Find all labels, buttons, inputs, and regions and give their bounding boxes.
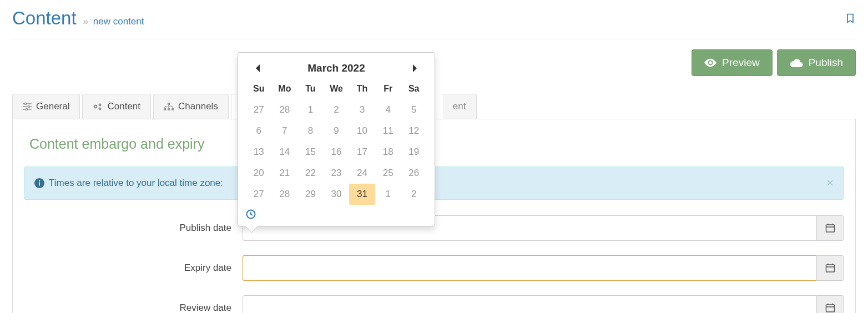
datepicker-dow: Tu	[297, 80, 324, 99]
svg-rect-15	[39, 183, 40, 186]
sliders-icon	[23, 103, 32, 110]
alert-close-button[interactable]: ×	[826, 176, 834, 190]
svg-point-1	[24, 103, 26, 104]
calendar-icon	[825, 303, 835, 313]
expiry-date-input[interactable]	[243, 255, 816, 281]
datepicker-day[interactable]: 1	[375, 184, 401, 205]
datepicker-dow: Su	[246, 80, 272, 99]
datepicker-next-button[interactable]	[407, 62, 422, 75]
datepicker-day[interactable]: 16	[324, 142, 350, 163]
cogs-icon	[93, 103, 103, 110]
review-date-picker-button[interactable]	[816, 295, 844, 313]
datepicker-day[interactable]: 28	[272, 99, 298, 120]
alert-text: Times are relative to your local time zo…	[49, 178, 223, 189]
datepicker-day[interactable]: 30	[324, 184, 350, 205]
datepicker-day[interactable]: 1	[297, 99, 324, 120]
row-expiry-date: Expiry date	[24, 255, 844, 281]
datepicker-dow: Th	[349, 80, 375, 99]
datepicker-day[interactable]: 28	[272, 184, 298, 205]
datepicker-day[interactable]: 13	[246, 142, 272, 163]
publish-button[interactable]: Publish	[777, 49, 856, 76]
datepicker-day[interactable]: 11	[375, 120, 401, 142]
preview-button[interactable]: Preview	[692, 49, 773, 76]
tab-channels[interactable]: Channels	[153, 94, 229, 119]
datepicker-day[interactable]: 5	[401, 99, 427, 120]
svg-point-5	[26, 108, 27, 110]
datepicker-day[interactable]: 4	[375, 99, 401, 120]
svg-rect-31	[826, 305, 835, 312]
row-review-date: Review date	[24, 295, 844, 313]
datepicker-dow: Fr	[375, 80, 401, 99]
datepicker-day[interactable]: 24	[349, 163, 375, 184]
info-icon	[34, 178, 44, 188]
datepicker-day[interactable]: 2	[401, 184, 427, 205]
datepicker-day[interactable]: 6	[246, 120, 272, 142]
datepicker-day[interactable]: 7	[272, 120, 298, 142]
datepicker-day[interactable]: 31	[349, 184, 375, 205]
svg-rect-10	[168, 103, 170, 105]
review-date-input[interactable]	[243, 295, 816, 313]
datepicker-day[interactable]: 17	[349, 142, 375, 163]
datepicker-day[interactable]: 20	[246, 163, 272, 184]
breadcrumb-separator: »	[83, 16, 88, 27]
datepicker-day[interactable]: 15	[297, 142, 324, 163]
datepicker-prev-button[interactable]	[250, 62, 266, 75]
calendar-icon	[825, 263, 835, 273]
svg-point-16	[39, 180, 40, 181]
breadcrumb-current: new content	[93, 16, 144, 27]
datepicker-day[interactable]: 8	[297, 120, 324, 142]
datepicker-dow: Sa	[401, 80, 427, 99]
svg-rect-13	[171, 108, 174, 110]
datepicker-day[interactable]: 29	[297, 184, 324, 205]
review-date-label: Review date	[24, 302, 243, 313]
tab-label: General	[36, 101, 69, 112]
datepicker-day[interactable]: 2	[324, 99, 350, 120]
publish-date-label: Publish date	[24, 223, 243, 234]
datepicker-title[interactable]: March 2022	[307, 62, 365, 74]
datepicker-dow: We	[324, 80, 350, 99]
tab-label: Content	[107, 101, 140, 112]
datepicker-day[interactable]: 3	[349, 99, 375, 120]
svg-rect-17	[826, 225, 835, 232]
publish-date-picker-button[interactable]	[816, 215, 844, 241]
svg-rect-27	[826, 265, 835, 272]
tab-partially-hidden[interactable]: ent	[443, 94, 477, 119]
datepicker-time-button[interactable]	[246, 209, 427, 219]
datepicker-day[interactable]: 9	[324, 120, 350, 142]
cloud-icon	[790, 58, 803, 67]
datepicker-day[interactable]: 18	[375, 142, 401, 163]
page-title: Content	[12, 8, 77, 29]
bookmark-icon[interactable]	[845, 12, 856, 25]
datepicker-popup: March 2022 SuMoTuWeThFrSa272812345678910…	[238, 52, 435, 226]
tab-general[interactable]: General	[12, 94, 80, 119]
calendar-icon	[825, 223, 835, 233]
tab-label: ent	[453, 101, 466, 112]
datepicker-day[interactable]: 19	[401, 142, 427, 163]
svg-point-7	[95, 106, 96, 107]
datepicker-day[interactable]: 27	[246, 184, 272, 205]
tab-content[interactable]: Content	[82, 94, 151, 119]
chevron-right-icon	[411, 64, 418, 73]
svg-point-9	[99, 108, 102, 110]
clock-icon	[246, 209, 427, 219]
datepicker-day[interactable]: 10	[349, 120, 375, 142]
datepicker-day[interactable]: 12	[401, 120, 427, 142]
svg-point-8	[99, 104, 102, 107]
datepicker-day[interactable]: 23	[324, 163, 350, 184]
datepicker-dow: Mo	[272, 80, 298, 99]
datepicker-day[interactable]: 25	[375, 163, 401, 184]
page-header: Content » new content	[12, 0, 856, 39]
breadcrumb[interactable]: » new content	[83, 16, 144, 27]
datepicker-day[interactable]: 22	[297, 163, 324, 184]
publish-label: Publish	[809, 57, 843, 69]
sitemap-icon	[164, 103, 174, 110]
tab-label: Channels	[178, 101, 218, 112]
datepicker-day[interactable]: 14	[272, 142, 298, 163]
datepicker-day[interactable]: 26	[401, 163, 427, 184]
expiry-date-picker-button[interactable]	[816, 255, 844, 281]
datepicker-day[interactable]: 21	[272, 163, 298, 184]
datepicker-day[interactable]: 27	[246, 99, 272, 120]
svg-rect-11	[164, 108, 166, 110]
svg-point-3	[28, 105, 29, 107]
eye-icon	[704, 58, 716, 67]
